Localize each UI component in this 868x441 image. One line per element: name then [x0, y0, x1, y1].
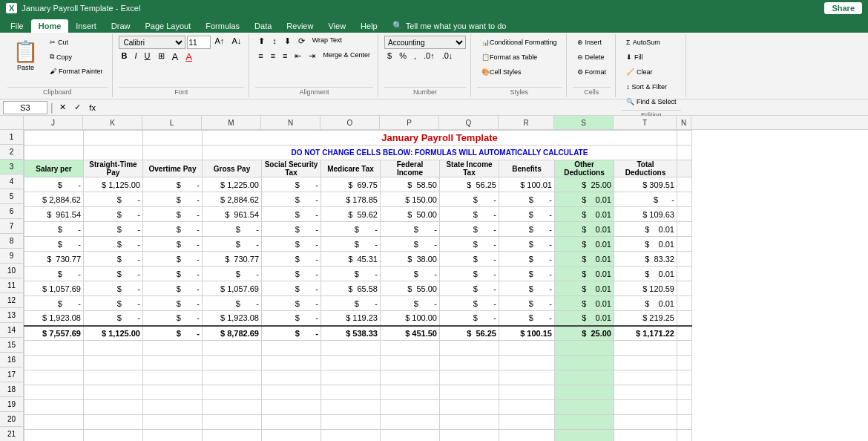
- cell-n1-extra[interactable]: [677, 131, 692, 146]
- col-header-o[interactable]: O: [320, 116, 380, 129]
- cell-t14[interactable]: $ 1,171.22: [614, 326, 677, 341]
- cell-r14[interactable]: $ 100.15: [499, 326, 555, 341]
- cell-n7-extra[interactable]: [677, 222, 692, 237]
- cell-n11[interactable]: $ -: [262, 281, 321, 296]
- insert-cell-btn[interactable]: ⊕ Insert: [573, 36, 607, 49]
- grid-area[interactable]: January Payroll Template DO NOT CHANGE C…: [24, 130, 868, 441]
- tab-file[interactable]: File: [3, 19, 31, 33]
- cell-p6[interactable]: $ 50.00: [381, 207, 440, 222]
- cell-o11[interactable]: $ 65.58: [321, 281, 381, 296]
- decrease-decimal-btn[interactable]: .0↓: [439, 50, 456, 64]
- cell-n14-extra[interactable]: [677, 326, 692, 341]
- cell-t9[interactable]: $ 83.32: [614, 252, 677, 267]
- cell-n6-extra[interactable]: [677, 207, 692, 222]
- cell-o13[interactable]: $ 119.23: [321, 311, 381, 326]
- cell-s14[interactable]: $ 25.00: [555, 326, 614, 341]
- cell-j5[interactable]: $ 2,884.62: [24, 192, 84, 207]
- header-state[interactable]: State Income Tax: [440, 160, 499, 177]
- cell-q8[interactable]: $ -: [440, 237, 499, 252]
- align-center-btn[interactable]: ≡: [268, 50, 278, 64]
- cell-n11-extra[interactable]: [677, 281, 692, 296]
- align-middle-btn[interactable]: ↕: [269, 36, 280, 49]
- cell-l9[interactable]: $ -: [143, 252, 203, 267]
- cell-s7[interactable]: $ 0.01: [555, 222, 614, 237]
- cell-s8[interactable]: $ 0.01: [555, 237, 614, 252]
- indent-increase-btn[interactable]: ⇥: [306, 50, 318, 64]
- text-angle-btn[interactable]: ⟳: [295, 36, 308, 49]
- indent-decrease-btn[interactable]: ⇤: [292, 50, 304, 64]
- cell-l5[interactable]: $ -: [143, 192, 203, 207]
- cell-j13[interactable]: $ 1,923.08: [24, 311, 84, 326]
- currency-btn[interactable]: $: [384, 50, 395, 64]
- cell-p10[interactable]: $ -: [381, 267, 440, 281]
- cell-k14[interactable]: $ 1,125.00: [84, 326, 143, 341]
- cell-o6[interactable]: $ 59.62: [321, 207, 381, 222]
- cell-r12[interactable]: $ -: [499, 296, 555, 311]
- confirm-formula-btn[interactable]: ✓: [71, 101, 85, 114]
- cell-n4-extra[interactable]: [677, 177, 692, 192]
- cell-l2[interactable]: [143, 146, 203, 160]
- cell-m12[interactable]: $ -: [203, 296, 262, 311]
- cut-button[interactable]: ✂ Cut: [45, 36, 108, 49]
- tab-review[interactable]: Review: [279, 19, 320, 33]
- cell-s10[interactable]: $ 0.01: [555, 267, 614, 281]
- increase-font-btn[interactable]: A↑: [212, 36, 228, 49]
- cell-t7[interactable]: $ 0.01: [614, 222, 677, 237]
- cell-o10[interactable]: $ -: [321, 267, 381, 281]
- cell-n13[interactable]: $ -: [262, 311, 321, 326]
- cell-t4[interactable]: $ 309.51: [614, 177, 677, 192]
- cell-r7[interactable]: $ -: [499, 222, 555, 237]
- cell-n10[interactable]: $ -: [262, 267, 321, 281]
- cell-j11[interactable]: $ 1,057.69: [24, 281, 84, 296]
- cell-m4[interactable]: $ 1,225.00: [203, 177, 262, 192]
- font-size-input[interactable]: [187, 36, 211, 49]
- delete-cell-btn[interactable]: ⊖ Delete: [573, 50, 609, 64]
- col-header-t[interactable]: T: [614, 116, 677, 129]
- format-painter-button[interactable]: 🖌 Format Painter: [45, 65, 108, 78]
- tab-insert[interactable]: Insert: [68, 19, 104, 33]
- cancel-formula-btn[interactable]: ✕: [56, 101, 70, 114]
- cell-n7[interactable]: $ -: [262, 222, 321, 237]
- cell-l13[interactable]: $ -: [143, 311, 203, 326]
- cell-m13[interactable]: $ 1,923.08: [203, 311, 262, 326]
- cell-k5[interactable]: $ -: [84, 192, 143, 207]
- cell-p14[interactable]: $ 451.50: [381, 326, 440, 341]
- cell-l10[interactable]: $ -: [143, 267, 203, 281]
- header-federal[interactable]: Federal Income: [381, 160, 440, 177]
- cell-k9[interactable]: $ -: [84, 252, 143, 267]
- cell-q12[interactable]: $ -: [440, 296, 499, 311]
- cell-r8[interactable]: $ -: [499, 237, 555, 252]
- cell-j10[interactable]: $ -: [24, 267, 84, 281]
- cell-o5[interactable]: $ 178.85: [321, 192, 381, 207]
- cell-j9[interactable]: $ 730.77: [24, 252, 84, 267]
- formula-input[interactable]: [102, 101, 865, 114]
- cell-p4[interactable]: $ 58.50: [381, 177, 440, 192]
- align-bottom-btn[interactable]: ⬇: [281, 36, 294, 49]
- cell-n9[interactable]: $ -: [262, 252, 321, 267]
- cell-n6[interactable]: $ -: [262, 207, 321, 222]
- tab-tell-me[interactable]: 🔍 Tell me what you want to do: [385, 19, 514, 33]
- font-name-select[interactable]: Calibri: [119, 36, 185, 49]
- cell-t13[interactable]: $ 219.25: [614, 311, 677, 326]
- cell-t5[interactable]: $ -: [614, 192, 677, 207]
- cell-m9[interactable]: $ 730.77: [203, 252, 262, 267]
- cell-o12[interactable]: $ -: [321, 296, 381, 311]
- header-social[interactable]: Social Security Tax: [262, 160, 321, 177]
- cell-j14[interactable]: $ 7,557.69: [24, 326, 84, 341]
- format-cell-btn[interactable]: ⚙ Format: [573, 65, 611, 79]
- insert-function-btn[interactable]: fx: [86, 101, 99, 114]
- cell-l7[interactable]: $ -: [143, 222, 203, 237]
- col-header-p[interactable]: P: [380, 116, 439, 129]
- cell-j7[interactable]: $ -: [24, 222, 84, 237]
- cell-m14[interactable]: $ 8,782.69: [203, 326, 262, 341]
- col-header-l[interactable]: L: [142, 116, 202, 129]
- cell-m10[interactable]: $ -: [203, 267, 262, 281]
- autosum-btn[interactable]: Σ AutoSum: [622, 36, 665, 49]
- cell-t8[interactable]: $ 0.01: [614, 237, 677, 252]
- cell-p11[interactable]: $ 55.00: [381, 281, 440, 296]
- cell-q14[interactable]: $ 56.25: [440, 326, 499, 341]
- format-table-btn[interactable]: 📋 Format as Table: [477, 50, 542, 64]
- cell-l6[interactable]: $ -: [143, 207, 203, 222]
- cell-l8[interactable]: $ -: [143, 237, 203, 252]
- cell-j2[interactable]: [24, 146, 84, 160]
